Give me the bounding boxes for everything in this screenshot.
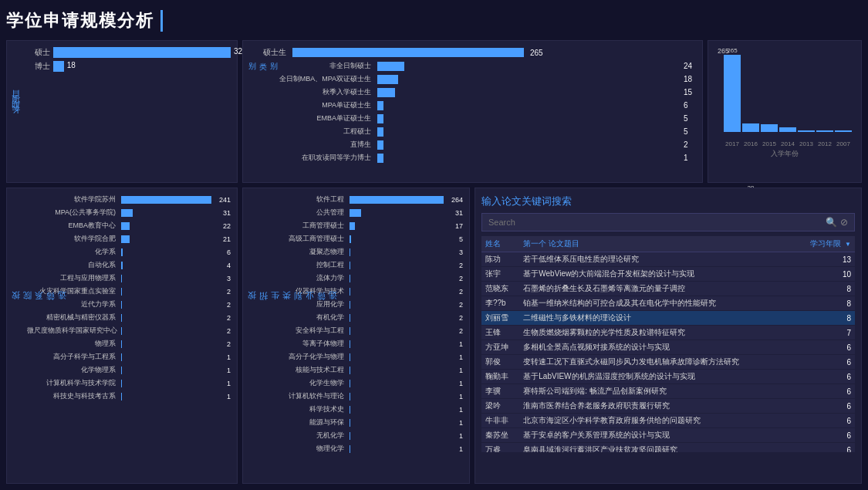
major-bar-label: 流体力学 bbox=[263, 273, 344, 283]
subtype-bar-value: 18 bbox=[684, 75, 696, 83]
degree-label: 长 期 项 目 bbox=[10, 103, 22, 120]
major-bar-row: 工商管理硕士 17 bbox=[263, 221, 463, 231]
major-bar-row: 安全科学与工程 2 bbox=[263, 326, 463, 336]
subtype-bar-value: 15 bbox=[684, 88, 696, 96]
subtype-bar-row: 在职攻读同等学力博士 1 bbox=[263, 153, 696, 163]
major-bar-row: 控制工程 2 bbox=[263, 260, 463, 270]
major-bar-track bbox=[350, 262, 444, 269]
dept-bar-label: 科技史与科技考古系 bbox=[27, 391, 116, 401]
subtype-bar-track bbox=[377, 101, 677, 110]
year-bar-xlabel: 2017 bbox=[724, 140, 741, 147]
table-row[interactable]: 张宇 基于WebView的大前端混合开发框架的设计与实现 10 bbox=[481, 267, 855, 282]
subtype-bar-fill bbox=[377, 154, 383, 163]
table-row[interactable]: 牛非非 北京市海淀区小学科学教育政府服务供给的问题研究 6 bbox=[481, 414, 855, 428]
sort-icon: ▼ bbox=[845, 241, 851, 248]
year-bar-xlabel: 2014 bbox=[779, 140, 796, 147]
major-bar-track bbox=[350, 301, 444, 309]
result-scroll[interactable]: 姓名 第一个 论文题目 学习年限 ▼ 陈功 若干低维体系压电性质的理论研究 13… bbox=[481, 236, 855, 452]
dept-content: 软件学院苏州 241 MPA(公共事务学院) 31 EMBA教育中心 22 软件… bbox=[27, 194, 231, 404]
dept-bar-fill bbox=[121, 353, 122, 361]
year-bar bbox=[835, 130, 852, 132]
dept-bar-row: 科技史与科技考古系 1 bbox=[27, 391, 231, 401]
table-row[interactable]: 范晓东 石墨烯的折叠生长及石墨烯等离激元的量子调控 8 bbox=[481, 282, 855, 296]
subtype-bar-label: 在职攻读同等学力博士 bbox=[263, 153, 371, 163]
cell-title: 赛特斯公司端到端: 畅流产品创新案例研究 bbox=[519, 384, 795, 399]
major-bar-row: 凝聚态物理 3 bbox=[263, 247, 463, 257]
major-bar-track bbox=[350, 340, 444, 348]
table-row[interactable]: 陈功 若干低维体系压电性质的理论研究 13 bbox=[481, 252, 855, 267]
cell-name: 陈功 bbox=[481, 252, 519, 267]
subtype-bar-value: 5 bbox=[684, 114, 696, 123]
major-bar-fill bbox=[350, 301, 350, 309]
dept-bar-row: 软件学院合肥 21 bbox=[27, 234, 231, 244]
dept-bar-row: EMBA教育中心 22 bbox=[27, 221, 231, 231]
table-row[interactable]: 李骥 赛特斯公司端到端: 畅流产品创新案例研究 6 bbox=[481, 384, 855, 399]
cell-name: 范晓东 bbox=[481, 282, 519, 296]
bottom-row: 按院系筛选 软件学院苏州 241 MPA(公共事务学院) 31 EMBA教育中心… bbox=[6, 188, 862, 484]
cell-years: 8 bbox=[795, 296, 855, 311]
major-bar-fill bbox=[350, 419, 350, 427]
cell-name: 李??b bbox=[481, 296, 519, 311]
major-bar-track bbox=[350, 275, 444, 282]
cell-years: 13 bbox=[795, 252, 855, 267]
table-row[interactable]: 秦苏坐 基于安卓的客户关系管理系统的设计与实现 6 bbox=[481, 428, 855, 443]
table-row[interactable]: 刘丽雪 二维磁性与多铁材料的理论设计 8 bbox=[481, 311, 855, 326]
result-tbody: 陈功 若干低维体系压电性质的理论研究 13 张宇 基于WebView的大前端混合… bbox=[481, 252, 855, 453]
dept-bar-fill bbox=[121, 367, 122, 374]
major-bar-label: 工商管理硕士 bbox=[263, 221, 344, 231]
cell-years: 6 bbox=[795, 414, 855, 428]
dept-bar-fill bbox=[121, 275, 122, 282]
table-row[interactable]: 鞠勤丰 基于LabVIEW的机房温湿度控制系统的设计与实现 6 bbox=[481, 370, 855, 384]
dept-bar-fill bbox=[121, 380, 122, 387]
year-bar-xlabel: 2007 bbox=[835, 140, 852, 147]
dept-bar-label: 微尺度物质科学国家研究中心 bbox=[27, 326, 116, 336]
table-row[interactable]: 万睿 阜南县域淮河行蓄洪区产业扶贫攻坚问题研究 6 bbox=[481, 443, 855, 453]
dept-bar-label: 物理系 bbox=[27, 339, 116, 349]
subtype-bar-label: 秋季入学硕士生 bbox=[263, 87, 371, 97]
subtype-bar-row: 工程硕士 5 bbox=[263, 127, 696, 137]
bar-label: 硕士 bbox=[27, 47, 50, 58]
major-bar-track bbox=[350, 445, 444, 453]
search-input[interactable] bbox=[488, 218, 822, 227]
table-row[interactable]: 方亚坤 多相机全景高点视频对接系统的设计与实现 6 bbox=[481, 340, 855, 355]
dept-bar-value: 241 bbox=[217, 196, 231, 204]
dept-bar-row: MPA(公共事务学院) 31 bbox=[27, 208, 231, 218]
major-bar-label: 核能与技术工程 bbox=[263, 365, 344, 375]
dept-bar-label: 自动化系 bbox=[27, 260, 116, 270]
col-years[interactable]: 学习年限 ▼ bbox=[795, 236, 855, 252]
major-bar-label: 无机化学 bbox=[263, 431, 344, 441]
dept-bar-fill bbox=[121, 301, 122, 309]
dept-bar-row: 计算机科学与技术学院 1 bbox=[27, 378, 231, 388]
search-box[interactable]: 🔍 ⊘ bbox=[481, 213, 855, 231]
cell-years: 8 bbox=[795, 282, 855, 296]
cell-years: 6 bbox=[795, 384, 855, 399]
major-bar-fill bbox=[350, 367, 350, 374]
clear-icon[interactable]: ⊘ bbox=[840, 217, 848, 228]
cell-title: 石墨烯的折叠生长及石墨烯等离激元的量子调控 bbox=[519, 282, 795, 296]
major-bar-label: 化学生物学 bbox=[263, 378, 344, 388]
bar-track: 18 bbox=[53, 61, 231, 72]
major-bar-value: 1 bbox=[449, 419, 463, 427]
dept-bar-label: EMBA教育中心 bbox=[27, 221, 116, 231]
table-row[interactable]: 梁吟 淮南市医养结合养老服务政府职责履行研究 6 bbox=[481, 399, 855, 414]
dept-bar-value: 31 bbox=[217, 209, 231, 217]
table-row[interactable]: 郭俊 变转速工况下直驱式永磁同步风力发电机轴承故障诊断方法研究 6 bbox=[481, 355, 855, 370]
dept-bar-value: 1 bbox=[217, 393, 231, 400]
subtype-label: 别类别 bbox=[246, 56, 279, 57]
cell-years: 7 bbox=[795, 326, 855, 340]
table-row[interactable]: 王锋 生物质燃烧烟雾颗粒的光学性质及粒谱特征研究 7 bbox=[481, 326, 855, 340]
cell-title: 基于LabVIEW的机房温湿度控制系统的设计与实现 bbox=[519, 370, 795, 384]
major-bar-fill bbox=[350, 248, 350, 256]
table-row[interactable]: 李??b 铂基一维纳米结构的可控合成及其在电化学中的性能研究 8 bbox=[481, 296, 855, 311]
major-bar-value: 1 bbox=[449, 406, 463, 414]
major-bar-fill bbox=[350, 393, 350, 400]
dept-bar-track bbox=[121, 248, 211, 256]
cell-title: 生物质燃烧烟雾颗粒的光学性质及粒谱特征研究 bbox=[519, 326, 795, 340]
cell-title: 基于安卓的客户关系管理系统的设计与实现 bbox=[519, 428, 795, 443]
year-bar-col: 29 bbox=[742, 123, 759, 132]
dept-bar-row: 软件学院苏州 241 bbox=[27, 194, 231, 204]
result-table: 姓名 第一个 论文题目 学习年限 ▼ 陈功 若干低维体系压电性质的理论研究 13… bbox=[481, 236, 855, 452]
major-bar-value: 31 bbox=[449, 209, 463, 217]
major-bar-fill bbox=[350, 353, 350, 361]
dept-bar-value: 3 bbox=[217, 275, 231, 282]
